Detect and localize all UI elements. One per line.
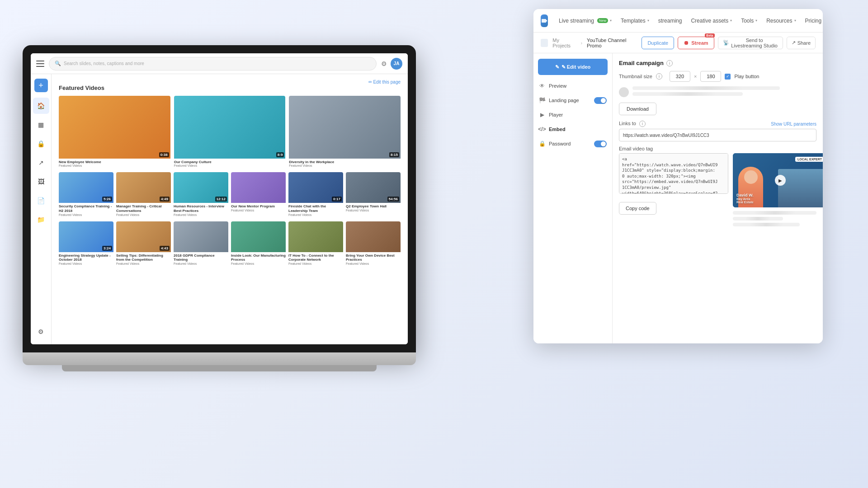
nav-templates-chevron: ▾ xyxy=(647,19,649,23)
nav-live-streaming[interactable]: Live streaming New ▾ xyxy=(559,18,612,24)
search-placeholder: Search slides, notes, captions and more xyxy=(64,61,144,66)
sidebar-item-document[interactable]: 📄 xyxy=(33,192,49,209)
dashboard-panel: Live streaming New ▾ Templates ▾ streami… xyxy=(533,9,823,343)
vid-bot-3[interactable]: 2018 GDPR Compliance TrainingFeatured Vi… xyxy=(174,221,228,267)
menu-icon[interactable] xyxy=(36,61,44,67)
url-input[interactable] xyxy=(619,129,816,141)
thumb-bot-1: 3:24 xyxy=(59,221,113,252)
panel-sidebar: ✎ ✎ Edit video 👁 Preview 🏁 Landing page … xyxy=(533,53,613,343)
video-info-1: New Employee Welcome Featured Videos xyxy=(59,159,170,169)
vid-mid-4[interactable]: Our New Mentor ProgramFeatured Videos xyxy=(231,172,286,217)
sidebar-item-settings[interactable]: ⚙ xyxy=(33,324,49,340)
nav-resources-chevron: ▾ xyxy=(794,19,796,23)
share-button[interactable]: ↗ Share xyxy=(787,37,816,49)
video-title-2: Our Company Culture xyxy=(174,160,286,164)
vid-mid-6[interactable]: 54:56 Q2 Employee Town HallFeatured Vide… xyxy=(346,172,401,217)
vid-bot-6[interactable]: Bring Your Own Device Best PracticesFeat… xyxy=(346,221,401,267)
sidebar-item-image[interactable]: 🖼 xyxy=(33,174,49,190)
nav-pricing[interactable]: Pricing xyxy=(805,18,822,24)
vid-mid-5[interactable]: 0:17 Fireside Chat with the Leadership T… xyxy=(288,172,343,217)
add-button[interactable]: + xyxy=(34,79,48,92)
download-button[interactable]: Download xyxy=(619,103,656,115)
preview-shimmer-3 xyxy=(733,223,800,226)
search-bar[interactable]: 🔍 Search slides, notes, captions and mor… xyxy=(49,57,377,70)
nav-creative-assets[interactable]: Creative assets ▾ xyxy=(691,18,732,24)
nav-templates-label: Templates xyxy=(621,18,646,24)
email-info-icon[interactable]: i xyxy=(666,60,673,66)
thumb-bot-5 xyxy=(288,221,343,252)
size-x-label: × xyxy=(694,74,697,79)
nav-streaming[interactable]: streaming xyxy=(658,18,682,24)
vid-mid-1[interactable]: 5:26 Security Compliance Training - H2 2… xyxy=(59,172,113,217)
thumb-mid-5: 0:17 xyxy=(288,172,343,203)
vid-bot-2[interactable]: 4:43 Selling Tips: Differentiating from … xyxy=(116,221,171,267)
nav-tools[interactable]: Tools ▾ xyxy=(741,18,757,24)
video-card-top-1[interactable]: 0:38 New Employee Welcome Featured Video… xyxy=(59,96,170,169)
send-to-livestream-button[interactable]: 📡 Send to Livestreaming Studio xyxy=(718,37,783,49)
sidebar-landing-page[interactable]: 🏁 Landing page xyxy=(533,93,612,108)
user-avatar[interactable]: JA xyxy=(391,58,402,70)
sidebar-preview[interactable]: 👁 Preview xyxy=(533,79,612,93)
code-textarea[interactable]: <a href="https://watch.wave.video/Q7nBwU… xyxy=(619,153,728,194)
nav-templates[interactable]: Templates ▾ xyxy=(621,18,649,24)
video-card-top-2[interactable]: 8:9 Our Company Culture Featured Videos xyxy=(174,96,286,169)
video-thumb-2: 8:9 xyxy=(174,96,286,159)
preview-toggle-dot xyxy=(619,87,629,97)
share-label: Share xyxy=(797,40,811,46)
app-body: + 🏠 ▦ 🔒 ↗ 🖼 📄 📁 ⚙ ✏ Edit this page Featu… xyxy=(31,74,408,344)
panel-main: Email campaign i Thumbnail size i × Play… xyxy=(613,53,823,343)
sidebar-item-grid[interactable]: ▦ xyxy=(33,117,49,133)
laptop-base xyxy=(23,352,416,365)
thumb-bot-6 xyxy=(346,221,401,252)
sidebar-password[interactable]: 🔒 Password xyxy=(533,136,612,151)
sidebar-embed[interactable]: </> Embed xyxy=(533,122,612,136)
video-thumb-3: 8:15 xyxy=(289,96,401,159)
sidebar-item-home[interactable]: 🏠 xyxy=(33,98,49,114)
play-button-checkbox[interactable] xyxy=(725,74,731,80)
vid-bot-5[interactable]: IT How To - Connect to the Corporate Net… xyxy=(288,221,343,267)
nav-resources[interactable]: Resources ▾ xyxy=(766,18,796,24)
thumb-size-info-icon[interactable]: i xyxy=(656,73,662,80)
stream-button[interactable]: ⏺ Stream Beta xyxy=(678,37,714,49)
featured-grid-bot: 3:24 Engineering Strategy Update - Octob… xyxy=(59,221,401,267)
thumb-mid-3: 12:12 xyxy=(174,172,228,203)
edit-page-button[interactable]: ✏ Edit this page xyxy=(368,80,401,84)
main-content: ✏ Edit this page Featured Videos 0:38 Ne… xyxy=(52,74,408,344)
landing-page-toggle[interactable] xyxy=(594,97,607,104)
featured-grid-top: 0:38 New Employee Welcome Featured Video… xyxy=(59,96,401,169)
thumb-height-input[interactable] xyxy=(700,71,721,82)
preview-play-button[interactable]: ▶ xyxy=(775,175,786,186)
email-tag-label: Email video tag xyxy=(619,146,816,151)
breadcrumb-icon xyxy=(541,39,548,47)
vid-bot-1[interactable]: 3:24 Engineering Strategy Update - Octob… xyxy=(59,221,113,267)
landing-icon: 🏁 xyxy=(539,97,545,103)
copy-code-button[interactable]: Copy code xyxy=(619,202,656,215)
thumb-mid-2: 4:49 xyxy=(116,172,171,203)
brand-logo xyxy=(541,14,548,27)
vid-mid-3[interactable]: 12:12 Human Resources - Interview Best P… xyxy=(174,172,228,217)
sidebar-player[interactable]: ▶ Player xyxy=(533,108,612,122)
video-card-top-3[interactable]: 8:15 Diversity in the Workplace Featured… xyxy=(289,96,401,169)
show-url-params[interactable]: Show URL parameters xyxy=(771,122,816,127)
edit-video-button[interactable]: ✎ ✎ Edit video xyxy=(538,59,608,75)
thumb-width-input[interactable] xyxy=(670,71,690,82)
thumb-mid-6: 54:56 xyxy=(346,172,401,203)
settings-icon[interactable]: ⚙ xyxy=(381,60,387,67)
preview-card: LOCAL EXPERT ▶ David W. Bay AreaReal Est… xyxy=(733,153,823,207)
panel-nav: Live streaming New ▾ Templates ▾ streami… xyxy=(533,9,823,33)
sidebar-item-share[interactable]: ↗ xyxy=(33,155,49,171)
vid-bot-4[interactable]: Inside Look: Our Manufacturing ProcessFe… xyxy=(231,221,286,267)
duplicate-button[interactable]: Duplicate xyxy=(642,37,674,49)
links-info-icon[interactable]: i xyxy=(639,121,646,127)
sidebar-item-folder[interactable]: 📁 xyxy=(33,211,49,228)
sidebar-item-lock[interactable]: 🔒 xyxy=(33,136,49,152)
password-toggle[interactable] xyxy=(594,141,607,147)
code-and-preview: <a href="https://watch.wave.video/Q7nBwU… xyxy=(619,153,816,229)
play-button-label: Play button xyxy=(734,74,759,79)
stream-beta-badge: Beta xyxy=(705,33,714,38)
video-info-3: Diversity in the Workplace Featured Vide… xyxy=(289,159,401,169)
vid-mid-2[interactable]: 4:49 Manager Training - Critical Convers… xyxy=(116,172,171,217)
nav-tools-chevron: ▾ xyxy=(755,19,757,23)
video-title-1: New Employee Welcome xyxy=(59,160,170,164)
nav-pricing-label: Pricing xyxy=(805,18,822,24)
